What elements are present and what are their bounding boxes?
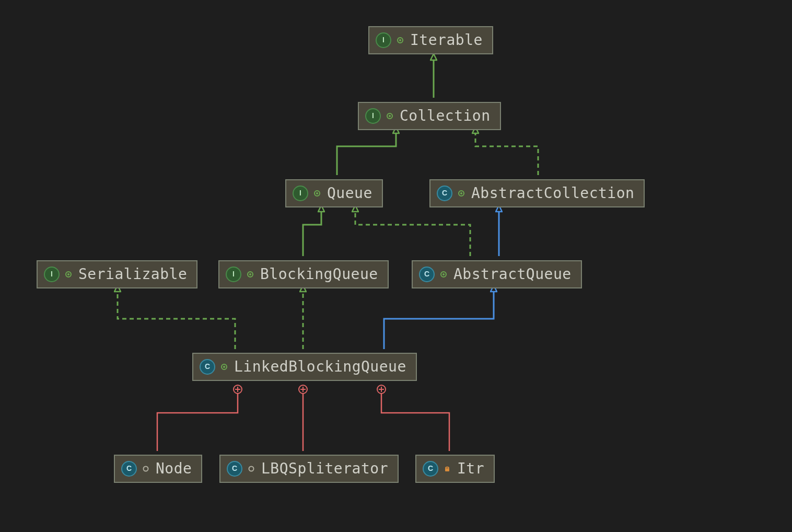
private-icon: [442, 464, 452, 473]
svg-point-16: [223, 366, 225, 368]
node-label: BlockingQueue: [260, 265, 378, 283]
node-itr[interactable]: C Itr: [415, 455, 495, 483]
svg-point-6: [316, 192, 318, 194]
node-label: Node: [156, 460, 192, 478]
interface-icon: I: [44, 267, 60, 282]
interface-icon: I: [376, 32, 391, 48]
interface-icon: I: [226, 267, 241, 282]
abstract-class-icon: C: [437, 186, 452, 201]
node-label: LBQSpliterator: [261, 460, 388, 478]
edge-abstractcollection-collection: [475, 133, 538, 175]
diagram-canvas: I Iterable I Collection I Queue C Abstra…: [0, 0, 792, 532]
public-icon: [385, 111, 394, 121]
class-icon: C: [200, 359, 215, 375]
node-queue[interactable]: I Queue: [285, 179, 383, 207]
node-label: AbstractQueue: [453, 265, 572, 283]
edge-abstractqueue-queue: [355, 212, 470, 256]
public-icon: [395, 36, 405, 45]
edge-queue-collection: [337, 133, 396, 175]
svg-point-12: [249, 273, 251, 275]
node-node[interactable]: C Node: [114, 455, 202, 483]
svg-point-10: [67, 273, 69, 275]
node-lbqspliterator[interactable]: C LBQSpliterator: [219, 455, 399, 483]
edge-node-lbq: [157, 389, 238, 451]
edge-lbq-abstractqueue: [384, 292, 494, 349]
interface-icon: I: [293, 186, 308, 201]
public-icon: [439, 270, 448, 279]
node-serializable[interactable]: I Serializable: [37, 260, 197, 288]
node-abstractcollection[interactable]: C AbstractCollection: [429, 179, 645, 207]
svg-point-8: [460, 192, 462, 194]
node-label: Serializable: [78, 265, 187, 283]
class-icon: C: [121, 461, 137, 477]
abstract-class-icon: C: [419, 267, 435, 282]
svg-point-4: [389, 115, 391, 117]
node-iterable[interactable]: I Iterable: [368, 26, 493, 54]
svg-point-18: [249, 466, 254, 471]
public-icon: [246, 270, 255, 279]
svg-point-14: [442, 273, 445, 275]
interface-icon: I: [365, 108, 381, 124]
node-label: Iterable: [410, 31, 483, 49]
edge-itr-lbq: [381, 389, 449, 451]
package-private-icon: [141, 464, 150, 473]
svg-point-17: [144, 466, 148, 471]
edge-blockingqueue-queue: [303, 212, 321, 256]
class-icon: C: [423, 461, 438, 477]
public-icon: [312, 189, 322, 198]
node-label: Collection: [400, 107, 491, 125]
node-label: Queue: [327, 184, 372, 202]
svg-point-2: [399, 39, 401, 41]
node-blockingqueue[interactable]: I BlockingQueue: [218, 260, 389, 288]
class-icon: C: [227, 461, 242, 477]
node-linkedblockingqueue[interactable]: C LinkedBlockingQueue: [192, 353, 417, 381]
public-icon: [457, 189, 466, 198]
edge-lbq-serializable: [118, 292, 235, 349]
public-icon: [64, 270, 73, 279]
node-label: AbstractCollection: [471, 184, 634, 202]
public-icon: [219, 362, 229, 372]
node-collection[interactable]: I Collection: [358, 102, 501, 130]
node-abstractqueue[interactable]: C AbstractQueue: [412, 260, 582, 288]
svg-rect-19: [445, 468, 449, 471]
package-private-icon: [247, 464, 256, 473]
node-label: LinkedBlockingQueue: [234, 358, 406, 376]
node-label: Itr: [457, 460, 484, 478]
